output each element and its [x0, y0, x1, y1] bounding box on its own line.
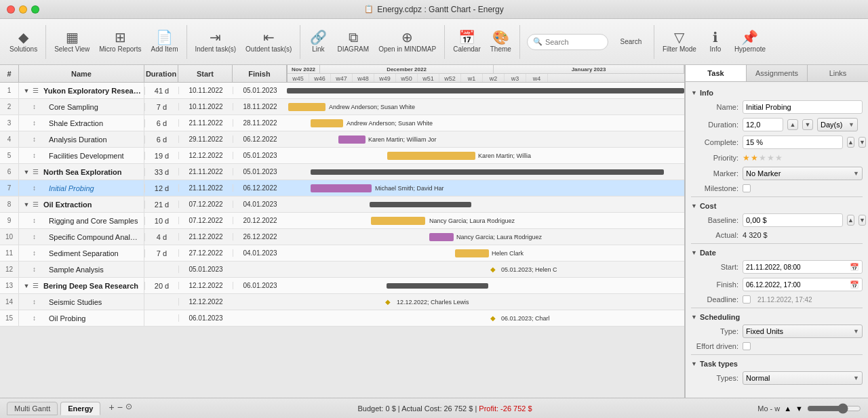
milestone-checkbox[interactable] [743, 184, 751, 192]
add-item-button[interactable]: 📄 Add Item [146, 22, 182, 62]
table-row[interactable]: 12 ↕ Sample Analysis 05.01.2023 ◆ 05.01.… [0, 262, 684, 278]
table-row[interactable]: 3 ↕ Shale Extraction 6 d 21.11.2022 28.1… [0, 115, 684, 131]
close-button[interactable] [7, 5, 15, 14]
expand-icon-8[interactable]: ▼ [20, 201, 33, 208]
row-start-6: 21.11.2022 [178, 168, 233, 175]
select-view-icon: ▦ [66, 30, 79, 44]
zoom-up-icon[interactable]: ▲ [784, 404, 791, 413]
maximize-button[interactable] [31, 5, 39, 14]
indent-button[interactable]: ⇥ Indent task(s) [191, 22, 241, 62]
section-date-header[interactable]: ▼ Date [691, 246, 863, 258]
row-dur-13: 20 d [144, 282, 178, 290]
table-row[interactable]: 2 ↕ Core Sampling 7 d 10.11.2022 18.11.2… [0, 99, 684, 115]
micro-reports-button[interactable]: ⊞ Micro Reports [95, 22, 145, 62]
minimize-button[interactable] [19, 5, 27, 14]
complete-up-btn[interactable]: ▲ [847, 137, 854, 148]
calendar-label: Calendar [453, 45, 481, 53]
calendar-button[interactable]: 📅 Calendar [449, 22, 485, 62]
select-view-label: Select View [54, 45, 90, 53]
col-header-duration: Duration [144, 65, 178, 82]
section-info-header[interactable]: ▼ Info [691, 86, 863, 98]
table-row[interactable]: 13 ▼ ☰ Bering Deep Sea Research 20 d 12.… [0, 278, 684, 294]
effort-driven-checkbox[interactable] [743, 342, 751, 350]
task-types-arrow-icon: ▼ [691, 360, 697, 367]
table-row[interactable]: 8 ▼ ☰ Oil Extraction 21 d 07.12.2022 04.… [0, 196, 684, 213]
table-row[interactable]: 1 ▼ ☰ Yukon Exploratory Research 41 d 10… [0, 83, 684, 99]
duration-unit-select[interactable]: Day(s) ▼ [817, 118, 858, 131]
section-cost-header[interactable]: ▼ Cost [691, 199, 863, 211]
finish-calendar-icon[interactable]: 📅 [850, 280, 859, 289]
baseline-field-input[interactable] [743, 213, 843, 227]
name-field-input[interactable] [743, 100, 863, 114]
section-task-types-header[interactable]: ▼ Task types [691, 357, 863, 369]
start-calendar-icon[interactable]: 📅 [850, 263, 859, 272]
types-select[interactable]: Normal ▼ [743, 371, 863, 385]
search-button[interactable]: Search [612, 22, 650, 62]
row-num-15: 15 [0, 310, 19, 326]
table-row[interactable]: 10 ↕ Specific Compound Analysis 4 d 21.1… [0, 229, 684, 245]
table-row[interactable]: 9 ↕ Rigging and Core Samples 10 d 07.12.… [0, 213, 684, 229]
select-view-button[interactable]: ▦ Select View [50, 22, 94, 62]
priority-stars[interactable]: ★★★★★ [743, 153, 783, 163]
col-header-num: # [0, 65, 19, 82]
window-controls[interactable] [7, 5, 39, 14]
indent-icon: ⇥ [210, 30, 221, 44]
diagram-button[interactable]: ⧉ DIAGRAM [333, 22, 373, 62]
zoom-remove-icon[interactable]: − [117, 402, 123, 415]
start-date-field[interactable]: 21.11.2022, 08:00 📅 [743, 260, 863, 274]
row-num-5: 5 [0, 148, 19, 163]
table-row[interactable]: 7 ↕ Initial Probing 12 d 21.11.2022 06.1… [0, 180, 684, 196]
row-num-11: 11 [0, 245, 19, 261]
table-row[interactable]: 11 ↕ Sediment Separation 7 d 27.12.2022 … [0, 245, 684, 262]
tab-links[interactable]: Links [808, 65, 868, 81]
tab-task[interactable]: Task [686, 65, 747, 81]
panel-tabs: Task Assignments Links [686, 65, 868, 82]
complete-down-btn[interactable]: ▼ [859, 137, 866, 148]
search-box[interactable]: 🔍 [527, 34, 608, 50]
zoom-fit-icon[interactable]: ⊙ [125, 402, 132, 415]
search-input[interactable] [545, 38, 603, 46]
baseline-down-btn[interactable]: ▼ [859, 215, 866, 226]
table-row[interactable]: 14 ↕ Seismic Studies 12.12.2022 ◆ 12.12.… [0, 294, 684, 310]
task-icon-15: ↕ [33, 314, 43, 322]
name-cell-2: ↕ Core Sampling [19, 99, 144, 114]
expand-icon-13[interactable]: ▼ [20, 283, 33, 289]
expand-icon-1[interactable]: ▼ [20, 87, 33, 94]
outdent-button[interactable]: ⇤ Outdent task(s) [241, 22, 296, 62]
hypernote-button[interactable]: 📌 Hypernote [730, 22, 770, 62]
name-cell-9: ↕ Rigging and Core Samples [19, 213, 144, 228]
tab-energy[interactable]: Energy [60, 402, 100, 415]
duration-down-btn[interactable]: ▼ [802, 119, 813, 130]
zoom-slider[interactable] [807, 403, 861, 414]
tab-multi-gantt[interactable]: Multi Gantt [7, 402, 58, 415]
open-mindmap-button[interactable]: ⊕ Open in MINDMAP [374, 22, 440, 62]
expand-icon-6[interactable]: ▼ [20, 169, 33, 175]
complete-field-input[interactable] [743, 135, 843, 149]
field-types: Types: Normal ▼ [691, 369, 863, 387]
duration-up-btn[interactable]: ▲ [787, 119, 798, 130]
deadline-checkbox[interactable] [743, 295, 751, 304]
table-row[interactable]: 15 ↕ Oil Probing 06.01.2023 ◆ 06.01.2023… [0, 310, 684, 327]
section-scheduling-header[interactable]: ▼ Scheduling [691, 310, 863, 322]
separator-1: | [398, 404, 400, 413]
solutions-button[interactable]: ◆ Solutions [5, 22, 41, 62]
zoom-down-icon[interactable]: ▼ [795, 404, 803, 413]
theme-button[interactable]: 🎨 Theme [486, 22, 515, 62]
task-icon-7: ↕ [33, 184, 43, 192]
table-row[interactable]: 6 ▼ ☰ North Sea Exploration 33 d 21.11.2… [0, 164, 684, 180]
table-row[interactable]: 4 ↕ Analysis Duration 6 d 29.11.2022 06.… [0, 131, 684, 148]
deadline-date-value: 21.12.2022, 17:42 [757, 296, 812, 304]
tab-assignments[interactable]: Assignments [747, 65, 808, 81]
table-row[interactable]: 5 ↕ Facilities Development 19 d 12.12.20… [0, 148, 684, 164]
baseline-up-btn[interactable]: ▲ [847, 215, 854, 226]
marker-select[interactable]: No Marker ▼ [743, 167, 863, 180]
info-button[interactable]: ℹ Info [702, 22, 729, 62]
filter-mode-button[interactable]: ▽ Filter Mode [658, 22, 701, 62]
type-select[interactable]: Fixed Units ▼ [743, 325, 863, 338]
zoom-add-icon[interactable]: + [108, 402, 114, 415]
duration-field-input[interactable] [743, 118, 783, 131]
link-button[interactable]: 🔗 Link [304, 22, 332, 62]
row-num-9: 9 [0, 213, 19, 228]
outdent-icon: ⇤ [263, 30, 275, 44]
finish-date-field[interactable]: 06.12.2022, 17:00 📅 [743, 278, 863, 291]
